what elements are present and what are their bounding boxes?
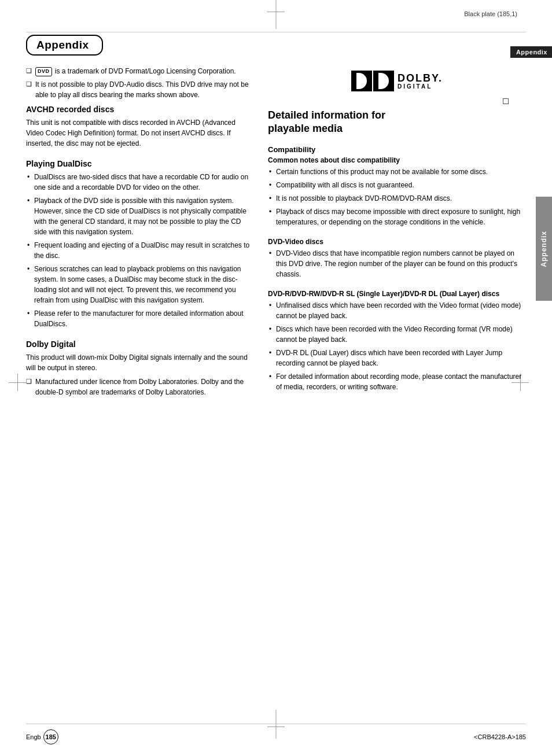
compat-item-3: It is not possible to playback DVD-ROM/D…	[268, 193, 526, 204]
dolby-logo-graphic: DOLBY. DIGITAL	[351, 71, 443, 91]
appendix-sidebar: Appendix	[536, 197, 552, 301]
dvd-video-section: DVD-Video discs DVD-Video discs that hav…	[268, 238, 526, 279]
dolby-text-main: DOLBY.	[398, 73, 443, 83]
appendix-title-bar: Appendix	[26, 35, 526, 56]
dvd-r-title: DVD-R/DVD-RW/DVD-R SL (Single Layer)/DVD…	[268, 290, 526, 298]
dolby-body: This product will down-mix Dolby Digital…	[26, 352, 252, 373]
avchd-section: AVCHD recorded discs This unit is not co…	[26, 105, 252, 149]
dvd-r-item-3: DVD-R DL (Dual Layer) discs which have b…	[268, 348, 526, 368]
main-title-section: Detailed information for playable media	[268, 109, 526, 135]
dualdisc-item-4: Serious scratches can lead to playback p…	[26, 264, 252, 305]
dolby-title: Dolby Digital	[26, 340, 252, 349]
small-square-icon	[503, 98, 509, 104]
dvd-video-item-1: DVD-Video discs that have incompatible r…	[268, 248, 526, 279]
compat-item-2: Compatibility with all discs is not guar…	[268, 180, 526, 190]
two-col-layout: DVD is a trademark of DVD Format/Logo Li…	[26, 66, 526, 408]
dolby-section: Dolby Digital This product will down-mix…	[26, 340, 252, 397]
dvd-audio-note-text: It is not possible to play DVD-Audio dis…	[35, 80, 249, 99]
main-title: Detailed information for playable media	[268, 109, 526, 135]
dualdisc-item-3: Frequent loading and ejecting of a DualD…	[26, 240, 252, 261]
content-area: Appendix DVD is a trademark of DVD Forma…	[26, 35, 526, 721]
dualdisc-bullet-list: DualDiscs are two-sided discs that have …	[26, 172, 252, 329]
reg-mark-bottom-h	[267, 727, 285, 727]
dvd-r-item-4: For detailed information about recording…	[268, 371, 526, 392]
dolby-d-right	[373, 71, 394, 91]
dvd-trademark-list: DVD is a trademark of DVD Format/Logo Li…	[26, 66, 252, 100]
compatibility-section: Compatibility Common notes about disc co…	[268, 145, 526, 227]
compat-item-4: Playback of discs may become impossible …	[268, 206, 526, 227]
dolby-text-sub: DIGITAL	[398, 83, 443, 90]
dvd-trademark-text: is a trademark of DVD Format/Logo Licens…	[55, 67, 236, 75]
compatibility-title: Compatibility	[268, 145, 526, 154]
dvd-logo: DVD	[35, 67, 52, 76]
dolby-check-list: Manufactured under licence from Dolby La…	[26, 377, 252, 397]
right-column: DOLBY. DIGITAL Detailed information for …	[268, 66, 526, 408]
compatibility-bullets: Certain functions of this product may no…	[268, 167, 526, 227]
dvd-r-bullets: Unfinalised discs which have been record…	[268, 300, 526, 392]
dolby-d-inner-left	[356, 73, 367, 89]
dvd-r-item-2: Discs which have been recorded with the …	[268, 324, 526, 345]
avchd-title: AVCHD recorded discs	[26, 105, 252, 114]
reg-mark-top	[276, 0, 277, 29]
top-border	[26, 32, 526, 32]
dolby-item-1: Manufactured under licence from Dolby La…	[26, 377, 252, 397]
dualdisc-item-5: Please refer to the manufacturer for mor…	[26, 308, 252, 329]
appendix-title-box: Appendix	[26, 35, 103, 56]
dvd-trademark-item: DVD is a trademark of DVD Format/Logo Li…	[26, 66, 252, 76]
bottom-border	[26, 724, 526, 724]
compatibility-subtitle: Common notes about disc compatibility	[268, 156, 526, 164]
main-title-line2: playable media	[268, 123, 343, 134]
dvd-audio-note-item: It is not possible to play DVD-Audio dis…	[26, 79, 252, 100]
dolby-logo-container: DOLBY. DIGITAL	[268, 71, 526, 91]
page-footer: Engb 185 <CRB4228-A>185	[26, 729, 526, 744]
dolby-dd-symbol	[351, 71, 394, 91]
footer-model-code: <CRB4228-A>185	[474, 733, 526, 740]
main-title-line1: Detailed information for	[268, 109, 385, 121]
page: Black plate (185,1) Appendix Appendix Ap…	[0, 0, 552, 756]
dolby-d-left	[351, 71, 372, 91]
dvd-video-title: DVD-Video discs	[268, 238, 526, 246]
small-square-container	[268, 98, 526, 104]
playing-dualdisc-section: Playing DualDisc DualDiscs are two-sided…	[26, 159, 252, 329]
page-header: Black plate (185,1)	[464, 10, 517, 17]
playing-dualdisc-title: Playing DualDisc	[26, 159, 252, 168]
plate-text: Black plate (185,1)	[464, 10, 517, 17]
dvd-r-item-1: Unfinalised discs which have been record…	[268, 300, 526, 321]
dvd-r-section: DVD-R/DVD-RW/DVD-R SL (Single Layer)/DVD…	[268, 290, 526, 392]
reg-mark-left	[9, 374, 26, 383]
page-number: 185	[43, 729, 58, 744]
dolby-d-inner-right	[378, 73, 389, 89]
dolby-text-block: DOLBY. DIGITAL	[398, 73, 443, 90]
dualdisc-item-1: DualDiscs are two-sided discs that have …	[26, 172, 252, 193]
appendix-sidebar-text: Appendix	[540, 231, 548, 267]
dvd-video-bullets: DVD-Video discs that have incompatible r…	[268, 248, 526, 279]
reg-mark-top-h	[267, 12, 285, 12]
footer-left: Engb 185	[26, 729, 58, 744]
avchd-body: This unit is not compatible with discs r…	[26, 117, 252, 149]
engb-label: Engb	[26, 733, 41, 740]
left-column: DVD is a trademark of DVD Format/Logo Li…	[26, 66, 252, 408]
dualdisc-item-2: Playback of the DVD side is possible wit…	[26, 196, 252, 237]
compat-item-1: Certain functions of this product may no…	[268, 167, 526, 177]
